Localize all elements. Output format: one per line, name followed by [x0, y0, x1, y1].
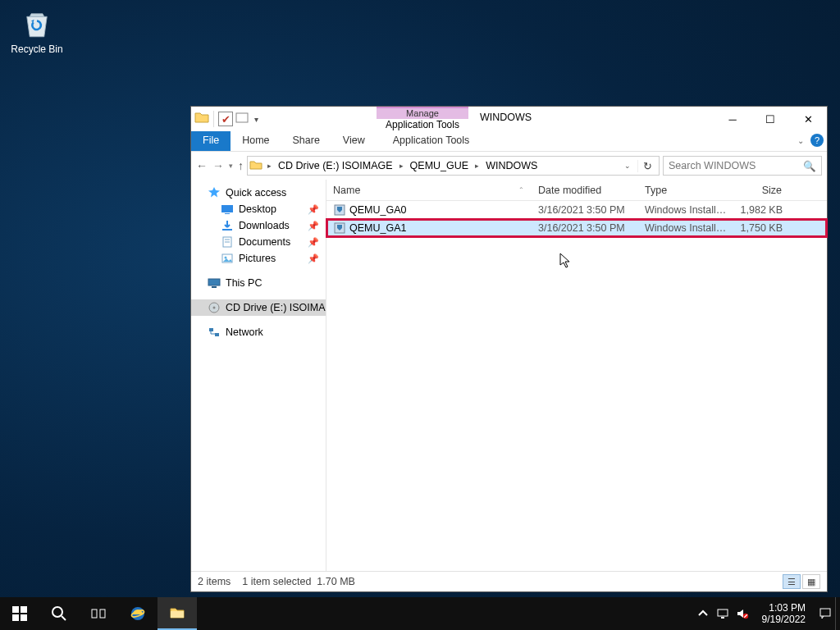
- ribbon-tabs: File Home Share View Application Tools ⌄…: [191, 131, 827, 152]
- address-bar[interactable]: ▸ CD Drive (E:) ISOIMAGE ▸ QEMU_GUE ▸ WI…: [247, 156, 660, 176]
- column-headers: Name ⌃ Date modified Type Size: [326, 180, 827, 201]
- taskbar: 1:03 PM 9/19/2022: [0, 597, 840, 630]
- svg-rect-32: [820, 609, 830, 616]
- chevron-right-icon[interactable]: ▸: [266, 162, 273, 170]
- nav-this-pc[interactable]: This PC: [191, 275, 326, 291]
- qat-customize-dropdown[interactable]: ▾: [251, 115, 262, 124]
- svg-rect-18: [21, 606, 27, 613]
- title-bar[interactable]: ✔ ▾ Manage Application Tools WINDOWS ─ ☐…: [191, 107, 827, 131]
- nav-up-button[interactable]: ↑: [238, 159, 244, 172]
- window-title: WINDOWS: [480, 112, 532, 123]
- taskbar-ie-button[interactable]: [118, 597, 158, 630]
- chevron-right-icon[interactable]: ▸: [473, 162, 481, 170]
- minimize-button[interactable]: ─: [714, 107, 751, 131]
- tray-network-icon[interactable]: [716, 607, 729, 620]
- system-tray: 1:03 PM 9/19/2022: [693, 597, 835, 630]
- column-header-type[interactable]: Type: [638, 180, 728, 200]
- nav-quick-access[interactable]: Quick access: [191, 185, 326, 201]
- details-view-button[interactable]: ☰: [783, 574, 801, 589]
- file-list-pane: Name ⌃ Date modified Type Size QEMU_GA0 …: [326, 180, 827, 571]
- drive-icon: [249, 158, 264, 174]
- svg-rect-9: [208, 279, 220, 285]
- pin-icon: 📌: [308, 253, 319, 264]
- column-header-size[interactable]: Size: [728, 180, 789, 200]
- search-icon: 🔍: [803, 160, 816, 172]
- status-bar: 2 items 1 item selected 1.70 MB ☰ ▦: [191, 572, 827, 591]
- view-tab[interactable]: View: [331, 131, 377, 151]
- application-tools-label: Application Tools: [377, 119, 468, 131]
- file-explorer-window: ✔ ▾ Manage Application Tools WINDOWS ─ ☐…: [190, 106, 828, 592]
- nav-desktop[interactable]: Desktop📌: [191, 201, 326, 217]
- chevron-right-icon[interactable]: ▸: [398, 162, 405, 170]
- navigation-pane: Quick access Desktop📌 Downloads📌 Documen…: [191, 180, 326, 571]
- column-header-date[interactable]: Date modified: [532, 180, 638, 200]
- file-row[interactable]: QEMU_GA0 3/16/2021 3:50 PM Windows Insta…: [326, 201, 827, 219]
- svg-rect-0: [236, 113, 248, 122]
- status-selection: 1 item selected 1.70 MB: [242, 576, 355, 587]
- file-row[interactable]: QEMU_GA1 3/16/2021 3:50 PM Windows Insta…: [326, 219, 827, 237]
- svg-rect-29: [721, 617, 724, 619]
- recycle-bin-desktop-icon[interactable]: Recycle Bin: [8, 7, 66, 55]
- nav-back-button[interactable]: ←: [196, 159, 208, 172]
- sort-indicator-icon: ⌃: [502, 186, 524, 194]
- help-button[interactable]: ?: [810, 134, 824, 147]
- column-header-name[interactable]: Name ⌃: [326, 180, 532, 200]
- svg-rect-19: [12, 614, 19, 621]
- home-tab[interactable]: Home: [231, 131, 281, 151]
- show-desktop-button[interactable]: [835, 597, 840, 630]
- large-icons-view-button[interactable]: ▦: [802, 574, 820, 589]
- svg-rect-2: [225, 213, 230, 214]
- maximize-button[interactable]: ☐: [751, 107, 789, 131]
- nav-pictures[interactable]: Pictures📌: [191, 250, 326, 267]
- tray-clock[interactable]: 1:03 PM 9/19/2022: [756, 602, 812, 625]
- taskbar-explorer-button[interactable]: [158, 597, 197, 630]
- tray-volume-icon[interactable]: [736, 607, 749, 620]
- nav-cd-drive[interactable]: CD Drive (E:) ISOIMAGE: [191, 299, 326, 316]
- svg-point-21: [52, 607, 62, 617]
- ribbon-expand-toggle[interactable]: ⌄: [797, 136, 804, 145]
- start-button[interactable]: [0, 597, 39, 630]
- search-box[interactable]: Search WINDOWS 🔍: [663, 156, 822, 176]
- recycle-bin-label: Recycle Bin: [11, 43, 62, 55]
- svg-rect-17: [12, 606, 19, 613]
- nav-forward-button: →: [212, 159, 224, 172]
- search-placeholder: Search WINDOWS: [669, 160, 756, 171]
- qat-newfolder-icon[interactable]: [235, 110, 249, 128]
- svg-rect-28: [718, 609, 728, 616]
- address-dropdown[interactable]: ⌄: [619, 162, 636, 170]
- svg-point-12: [213, 307, 216, 309]
- status-item-count: 2 items: [198, 576, 231, 587]
- nav-history-dropdown[interactable]: ▾: [229, 162, 233, 170]
- pin-icon: 📌: [308, 204, 319, 215]
- address-toolbar: ← → ▾ ↑ ▸ CD Drive (E:) ISOIMAGE ▸ QEMU_…: [191, 152, 827, 180]
- close-button[interactable]: ✕: [789, 107, 827, 131]
- app-icon: [194, 110, 209, 128]
- breadcrumb-root[interactable]: CD Drive (E:) ISOIMAGE: [275, 158, 396, 173]
- manage-contextual-tab[interactable]: Manage Application Tools: [377, 107, 468, 131]
- search-button[interactable]: [39, 597, 79, 630]
- pin-icon: 📌: [308, 237, 319, 248]
- nav-downloads[interactable]: Downloads📌: [191, 217, 326, 234]
- nav-network[interactable]: Network: [191, 324, 326, 340]
- quick-access-toolbar: ✔ ▾: [191, 107, 265, 131]
- nav-documents[interactable]: Documents📌: [191, 234, 326, 250]
- svg-rect-3: [222, 229, 232, 231]
- svg-rect-20: [21, 614, 27, 621]
- recycle-bin-icon: [20, 7, 54, 41]
- svg-rect-1: [221, 205, 233, 212]
- file-tab[interactable]: File: [191, 131, 231, 151]
- installer-icon: [333, 221, 346, 235]
- manage-tab-label: Manage: [377, 108, 468, 119]
- svg-rect-13: [209, 328, 213, 331]
- refresh-button[interactable]: ↻: [637, 160, 657, 172]
- qat-properties-icon[interactable]: ✔: [218, 112, 233, 126]
- action-center-button[interactable]: [819, 607, 832, 620]
- breadcrumb-seg1[interactable]: QEMU_GUE: [407, 158, 472, 173]
- tray-overflow-button[interactable]: [696, 607, 710, 620]
- task-view-button[interactable]: [79, 597, 118, 630]
- application-tools-tab[interactable]: Application Tools: [381, 131, 482, 151]
- share-tab[interactable]: Share: [281, 131, 331, 151]
- svg-rect-27: [171, 611, 184, 618]
- pin-icon: 📌: [308, 221, 319, 231]
- breadcrumb-seg2[interactable]: WINDOWS: [482, 158, 541, 173]
